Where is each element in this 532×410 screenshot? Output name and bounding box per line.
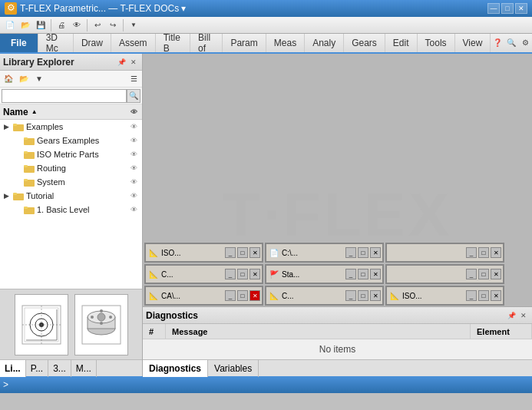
sub-win-close-4[interactable]: ✕	[370, 290, 381, 301]
lib-folder-btn[interactable]: 📂	[17, 72, 31, 86]
tree-item-tutorial[interactable]: ▶ Tutorial 👁	[0, 189, 142, 203]
tab-meas[interactable]: Meas	[266, 34, 305, 52]
sub-win-close-3[interactable]: ✕	[249, 269, 260, 279]
sub-win-empty-2[interactable]: _ □ ✕	[385, 264, 504, 284]
bottom-tab-variables[interactable]: Variables	[208, 360, 259, 377]
sub-win-max-e2[interactable]: □	[478, 269, 489, 279]
sub-win-min-4[interactable]: _	[345, 290, 356, 301]
tab-billof[interactable]: Bill of	[190, 34, 223, 52]
sub-win-close-2[interactable]: ✕	[370, 247, 381, 258]
sub-win-max-1[interactable]: □	[237, 247, 248, 258]
expand-basic[interactable]	[12, 205, 21, 214]
qa-print-btn[interactable]: 🖨	[55, 18, 68, 32]
left-tab-library[interactable]: Li...	[0, 360, 26, 377]
tree-item-examples[interactable]: ▶ Examples 👁	[0, 120, 142, 134]
sub-win-max-3[interactable]: □	[237, 269, 248, 279]
sub-win-close-e2[interactable]: ✕	[491, 269, 501, 279]
sub-win-iso-1[interactable]: 📐 ISO... _ □ ✕	[144, 243, 263, 263]
sub-win-ca[interactable]: 📐 CA\... _ □ ✕	[144, 286, 263, 306]
qa-preview-btn[interactable]: 👁	[70, 18, 84, 32]
eye-icon-examples[interactable]: 👁	[128, 121, 139, 132]
tree-item-routing[interactable]: Routing 👁	[0, 161, 142, 175]
qa-undo-btn[interactable]: ↩	[91, 18, 104, 32]
panel-pin-btn[interactable]: 📌	[116, 57, 127, 68]
tab-file[interactable]: File	[0, 34, 38, 52]
eye-icon-basic[interactable]: 👁	[128, 204, 139, 215]
tab-view[interactable]: View	[455, 34, 491, 52]
diagnostics-close-btn[interactable]: ✕	[518, 310, 529, 321]
sub-win-min-iso2[interactable]: _	[466, 290, 477, 301]
tab-3dmc[interactable]: 3D Mc	[38, 34, 74, 52]
expand-examples[interactable]: ▶	[2, 122, 11, 131]
tree-filter-icon[interactable]: 👁	[128, 107, 139, 117]
tab-param[interactable]: Param	[223, 34, 266, 52]
sub-win-min-1[interactable]: _	[225, 247, 236, 258]
expand-tutorial[interactable]: ▶	[2, 191, 11, 200]
qa-open-btn[interactable]: 📂	[18, 18, 32, 32]
sub-win-min-3[interactable]: _	[225, 269, 236, 279]
tree-item-gears[interactable]: Gears Examples 👁	[0, 134, 142, 147]
lib-dropdown-btn[interactable]: ▼	[32, 72, 46, 86]
sub-win-close-ca[interactable]: ✕	[249, 290, 260, 301]
tab-gears[interactable]: Gears	[344, 34, 385, 52]
sub-win-min-sta[interactable]: _	[345, 269, 356, 279]
sub-win-min-e1[interactable]: _	[466, 247, 477, 258]
sub-win-iso-2[interactable]: 📐 ISO... _ □ ✕	[385, 286, 504, 306]
left-tab-3[interactable]: 3...	[48, 360, 71, 377]
sub-win-sta[interactable]: 🚩 Sta... _ □ ✕	[265, 264, 384, 284]
tree-item-system[interactable]: System 👁	[0, 175, 142, 189]
eye-icon-routing[interactable]: 👁	[128, 163, 139, 174]
sub-win-min-ca[interactable]: _	[225, 290, 236, 301]
tab-tools[interactable]: Tools	[418, 34, 455, 52]
tab-draw[interactable]: Draw	[74, 34, 111, 52]
lib-home-btn[interactable]: 🏠	[2, 72, 15, 86]
expand-system[interactable]	[12, 177, 21, 187]
left-tab-preview[interactable]: P...	[26, 360, 48, 377]
eye-icon-system[interactable]: 👁	[128, 177, 139, 187]
lib-list-btn[interactable]: ☰	[127, 72, 140, 86]
tab-assem[interactable]: Assem	[111, 34, 156, 52]
sub-win-max-4[interactable]: □	[358, 290, 368, 301]
sub-win-max-2[interactable]: □	[358, 247, 368, 258]
sub-win-max-iso2[interactable]: □	[478, 290, 489, 301]
sort-icon[interactable]: ▲	[31, 108, 38, 115]
sub-win-c-2[interactable]: 📄 C:\... _ □ ✕	[265, 243, 384, 263]
minimize-button[interactable]: —	[487, 3, 500, 14]
expand-routing[interactable]	[12, 164, 21, 173]
qa-save-btn[interactable]: 💾	[34, 18, 48, 32]
sub-win-close-e1[interactable]: ✕	[491, 247, 501, 258]
sub-win-close-iso2[interactable]: ✕	[491, 290, 501, 301]
qa-redo-btn[interactable]: ↪	[106, 18, 120, 32]
bottom-tab-diagnostics[interactable]: Diagnostics	[143, 360, 208, 377]
ribbon-settings-btn[interactable]: ⚙	[520, 35, 530, 49]
tab-analy[interactable]: Analy	[305, 34, 344, 52]
eye-icon-iso[interactable]: 👁	[128, 149, 139, 160]
tab-edit[interactable]: Edit	[385, 34, 418, 52]
diagnostics-pin-btn[interactable]: 📌	[506, 310, 517, 321]
left-tab-m[interactable]: M...	[71, 360, 97, 377]
tab-titleb[interactable]: Title B	[156, 34, 190, 52]
search-input[interactable]	[2, 89, 127, 103]
sub-win-max-sta[interactable]: □	[358, 269, 368, 279]
qa-new-btn[interactable]: 📄	[3, 18, 17, 32]
sub-win-max-ca[interactable]: □	[237, 290, 248, 301]
tree-item-basic[interactable]: 1. Basic Level 👁	[0, 203, 142, 217]
sub-win-close-1[interactable]: ✕	[249, 247, 260, 258]
sub-win-empty-1[interactable]: _ □ ✕	[385, 243, 504, 263]
sub-win-c-4[interactable]: 📐 C... _ □ ✕	[265, 286, 384, 306]
eye-icon-gears[interactable]: 👁	[128, 135, 139, 146]
eye-icon-tutorial[interactable]: 👁	[128, 190, 139, 201]
expand-iso[interactable]	[12, 150, 21, 159]
search-button[interactable]: 🔍	[127, 89, 140, 103]
expand-gears[interactable]	[12, 136, 21, 145]
maximize-button[interactable]: □	[501, 3, 514, 14]
close-button[interactable]: ✕	[515, 3, 527, 14]
tree-item-iso[interactable]: ISO Metric Parts 👁	[0, 147, 142, 161]
sub-win-min-2[interactable]: _	[345, 247, 356, 258]
panel-close-btn[interactable]: ✕	[128, 57, 139, 68]
sub-win-close-sta[interactable]: ✕	[370, 269, 381, 279]
qa-extra-btn[interactable]: ▼	[127, 18, 140, 32]
sub-win-min-e2[interactable]: _	[466, 269, 477, 279]
sub-win-max-e1[interactable]: □	[478, 247, 489, 258]
sub-win-c-3[interactable]: 📐 C... _ □ ✕	[144, 264, 263, 284]
